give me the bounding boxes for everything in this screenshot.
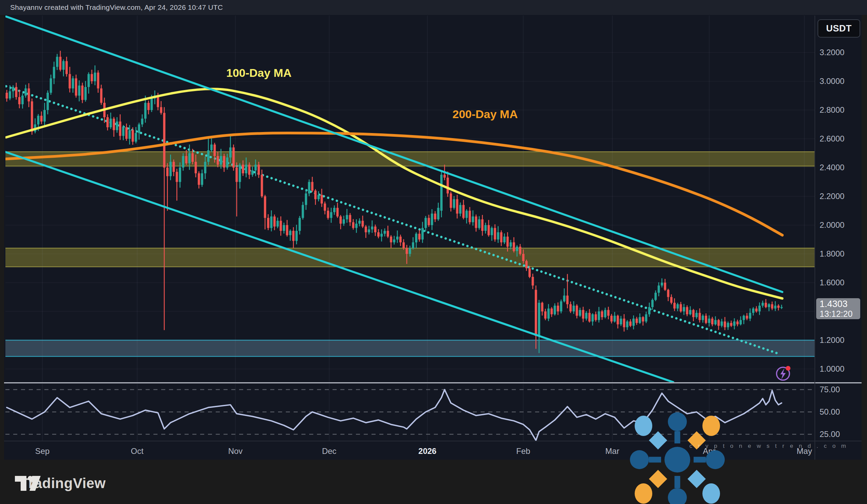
svg-text:1.2000: 1.2000 — [820, 336, 844, 344]
price-chart-canvas[interactable]: 3.20003.00002.80002.60002.40002.20002.00… — [0, 0, 867, 504]
last-price-badge: 1.4303 13:12:20 — [816, 298, 860, 319]
quote-currency-badge[interactable]: USDT — [817, 19, 860, 37]
candles — [6, 51, 783, 353]
svg-text:25.00: 25.00 — [820, 429, 840, 439]
svg-text:1.8000: 1.8000 — [820, 249, 844, 258]
svg-text:Sep: Sep — [35, 447, 50, 456]
rsi-line[interactable] — [7, 390, 782, 440]
svg-text:Oct: Oct — [131, 447, 143, 456]
svg-text:Dec: Dec — [322, 447, 336, 456]
ma100-label: 100-Day MA — [226, 66, 292, 79]
svg-text:3.2000: 3.2000 — [820, 48, 844, 57]
svg-text:Nov: Nov — [228, 447, 243, 456]
svg-text:75.00: 75.00 — [820, 385, 840, 394]
svg-text:Mar: Mar — [605, 447, 619, 456]
grid — [6, 15, 815, 382]
svg-text:2.6000: 2.6000 — [820, 134, 844, 143]
channel-midline[interactable] — [6, 86, 777, 353]
last-price-value: 1.4303 — [820, 299, 848, 309]
svg-text:2.0000: 2.0000 — [820, 220, 844, 230]
ma200-label: 200-Day MA — [452, 108, 518, 121]
svg-text:50.00: 50.00 — [820, 407, 840, 416]
svg-text:2.4000: 2.4000 — [820, 163, 844, 172]
lightning-icon — [777, 366, 791, 380]
svg-text:2.8000: 2.8000 — [820, 105, 844, 114]
svg-text:2026: 2026 — [418, 447, 436, 456]
tradingview-logo-icon — [14, 475, 41, 492]
rsi-pane[interactable] — [6, 384, 815, 441]
bar-countdown: 13:12:20 — [820, 309, 853, 318]
svg-text:2.2000: 2.2000 — [820, 191, 844, 201]
tradingview-screenshot: Shayannv created with TradingView.com, A… — [0, 0, 867, 504]
svg-text:1.0000: 1.0000 — [820, 364, 844, 373]
cryptonewstrend-logo — [630, 412, 725, 504]
main-pane[interactable] — [4, 15, 815, 382]
tradingview-logo[interactable]: TradingView — [14, 475, 106, 492]
svg-text:1.6000: 1.6000 — [820, 278, 844, 287]
svg-text:Feb: Feb — [516, 447, 530, 456]
site-watermark: c r y p t o n e w s t r e n d . c o m — [689, 443, 848, 449]
price-axis[interactable]: 3.20003.00002.80002.60002.40002.20002.00… — [820, 48, 844, 439]
support-zone-1.1-1.2 — [6, 340, 815, 357]
svg-text:3.0000: 3.0000 — [820, 77, 844, 86]
